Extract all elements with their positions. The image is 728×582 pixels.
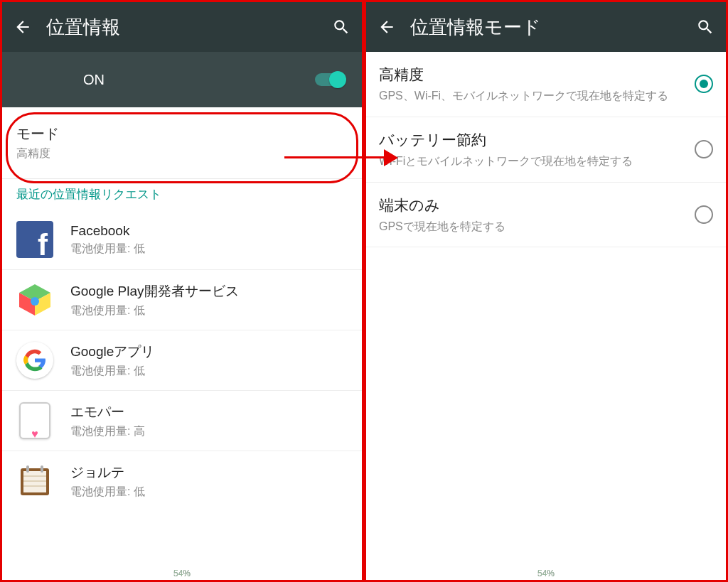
svg-point-3	[31, 297, 39, 306]
footer-percent: 54%	[2, 568, 362, 578]
app-name: Facebook	[70, 223, 145, 239]
search-icon	[332, 18, 350, 36]
facebook-icon	[16, 221, 53, 258]
radio-selected-icon[interactable]	[695, 75, 713, 93]
toggle-label: ON	[83, 72, 105, 88]
emopar-icon	[19, 402, 50, 439]
mode-option-high-accuracy[interactable]: 高精度 GPS、Wi-Fi、モバイルネットワークで現在地を特定する	[366, 52, 726, 117]
back-arrow-icon	[378, 18, 396, 36]
app-name: ジョルテ	[70, 463, 145, 482]
option-label: 端末のみ	[379, 195, 685, 215]
back-button[interactable]	[11, 12, 41, 42]
radio-unselected-icon[interactable]	[695, 140, 713, 158]
app-battery: 電池使用量: 低	[70, 364, 154, 379]
option-desc: Wi-Fiとモバイルネットワークで現在地を特定する	[379, 154, 685, 169]
mode-row[interactable]: モード 高精度	[2, 107, 362, 178]
app-name: エモパー	[70, 403, 145, 421]
app-name: Google Play開発者サービス	[70, 282, 239, 301]
app-name: Googleアプリ	[70, 343, 154, 361]
mode-option-device-only[interactable]: 端末のみ GPSで現在地を特定する	[366, 183, 726, 248]
appbar-title: 位置情報	[46, 15, 323, 40]
footer-percent: 54%	[366, 568, 726, 578]
search-button[interactable]	[323, 12, 353, 42]
appbar: 位置情報	[2, 2, 362, 52]
screen-location-mode: 位置情報モード 高精度 GPS、Wi-Fi、モバイルネットワークで現在地を特定す…	[364, 0, 728, 582]
location-toggle-bar[interactable]: ON	[2, 52, 362, 107]
recent-requests-header: 最近の位置情報リクエスト	[2, 179, 362, 210]
appbar: 位置情報モード	[366, 2, 726, 52]
google-app-icon	[16, 342, 53, 379]
jorte-icon	[16, 463, 53, 500]
app-row-play-services[interactable]: Google Play開発者サービス 電池使用量: 低	[2, 270, 362, 330]
mode-option-battery-saving[interactable]: バッテリー節約 Wi-Fiとモバイルネットワークで現在地を特定する	[366, 117, 726, 183]
search-icon	[696, 18, 714, 36]
app-battery: 電池使用量: 低	[70, 242, 145, 257]
location-switch-on-icon[interactable]	[315, 73, 345, 86]
app-row-emopar[interactable]: エモパー 電池使用量: 高	[2, 391, 362, 451]
play-services-icon	[16, 281, 53, 318]
radio-unselected-icon[interactable]	[695, 205, 713, 224]
app-row-jorte[interactable]: ジョルテ 電池使用量: 低	[2, 451, 362, 511]
option-label: バッテリー節約	[379, 130, 685, 150]
app-row-facebook[interactable]: Facebook 電池使用量: 低	[2, 210, 362, 270]
option-label: 高精度	[379, 65, 685, 85]
back-button[interactable]	[375, 12, 405, 42]
svg-rect-5	[23, 471, 46, 492]
app-row-google-app[interactable]: Googleアプリ 電池使用量: 低	[2, 330, 362, 391]
option-desc: GPSで現在地を特定する	[379, 220, 685, 235]
app-battery: 電池使用量: 高	[70, 424, 145, 439]
appbar-title: 位置情報モード	[410, 15, 687, 40]
back-arrow-icon	[14, 18, 32, 36]
app-battery: 電池使用量: 低	[70, 303, 239, 318]
svg-rect-9	[26, 465, 29, 473]
svg-rect-10	[41, 465, 43, 473]
search-button[interactable]	[687, 12, 717, 42]
screen-location: 位置情報 ON モード 高精度 最近の位置情報リクエスト Facebook	[0, 0, 364, 582]
option-desc: GPS、Wi-Fi、モバイルネットワークで現在地を特定する	[379, 89, 685, 104]
app-battery: 電池使用量: 低	[70, 485, 145, 500]
mode-value: 高精度	[16, 146, 348, 161]
content: モード 高精度 最近の位置情報リクエスト Facebook 電池使用量: 低	[2, 107, 362, 580]
content: 高精度 GPS、Wi-Fi、モバイルネットワークで現在地を特定する バッテリー節…	[366, 52, 726, 580]
mode-label: モード	[16, 124, 348, 144]
